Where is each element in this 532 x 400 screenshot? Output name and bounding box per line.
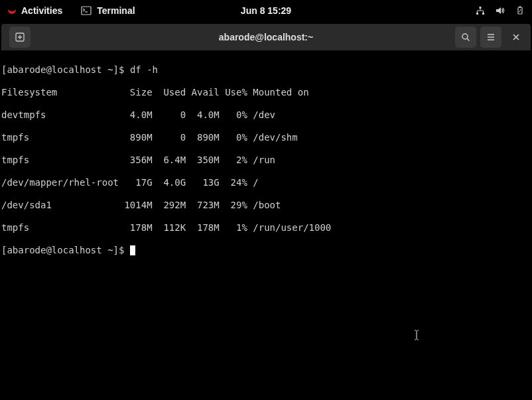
clock[interactable]: Jun 8 15:29 [241, 5, 291, 16]
df-row: tmpfs 178M 112K 178M 1% /run/user/1000 [1, 222, 531, 233]
df-row: devtmpfs 4.0M 0 4.0M 0% /dev [1, 109, 531, 121]
topbar-left: Activities Terminal [7, 5, 135, 16]
network-icon[interactable] [475, 5, 486, 16]
search-icon [460, 32, 471, 42]
df-row: /dev/sda1 1014M 292M 723M 29% /boot [1, 200, 531, 211]
window-headerbar: abarode@localhost:~ [1, 24, 531, 50]
search-button[interactable] [455, 27, 476, 48]
svg-rect-1 [480, 7, 482, 9]
window-title: abarode@localhost:~ [219, 32, 313, 42]
app-name: Terminal [97, 5, 135, 16]
prompt-line: [abarode@localhost ~]$ [1, 245, 531, 256]
volume-icon[interactable] [495, 5, 505, 16]
df-header: Filesystem Size Used Avail Use% Mounted … [1, 87, 531, 98]
svg-point-7 [462, 34, 468, 39]
svg-rect-3 [482, 13, 484, 15]
new-tab-icon [15, 32, 25, 42]
df-row: tmpfs 890M 0 890M 0% /dev/shm [1, 132, 531, 143]
terminal-icon [81, 5, 92, 16]
close-icon [511, 33, 521, 42]
mouse-ibeam-cursor [413, 330, 420, 340]
svg-rect-2 [476, 13, 478, 15]
terminal-body[interactable]: [abarode@localhost ~]$ df -h Filesystem … [1, 50, 531, 399]
close-button[interactable] [505, 27, 527, 48]
text-cursor [130, 245, 135, 255]
df-row: tmpfs 356M 6.4M 350M 2% /run [1, 155, 531, 166]
hamburger-icon [486, 32, 496, 42]
rhel-logo-icon [7, 5, 17, 16]
gnome-topbar: Activities Terminal Jun 8 15:29 [0, 0, 532, 21]
activities-label: Activities [21, 5, 62, 16]
prompt-line: [abarode@localhost ~]$ df -h [1, 64, 531, 76]
svg-rect-0 [82, 7, 91, 15]
topbar-right [475, 5, 525, 16]
power-icon[interactable] [515, 5, 525, 16]
menu-button[interactable] [480, 27, 501, 48]
svg-rect-5 [519, 7, 521, 8]
df-row: /dev/mapper/rhel-root 17G 4.0G 13G 24% / [1, 177, 531, 188]
new-tab-button[interactable] [9, 27, 31, 48]
activities-button[interactable]: Activities [7, 5, 62, 16]
app-menu[interactable]: Terminal [81, 5, 135, 16]
